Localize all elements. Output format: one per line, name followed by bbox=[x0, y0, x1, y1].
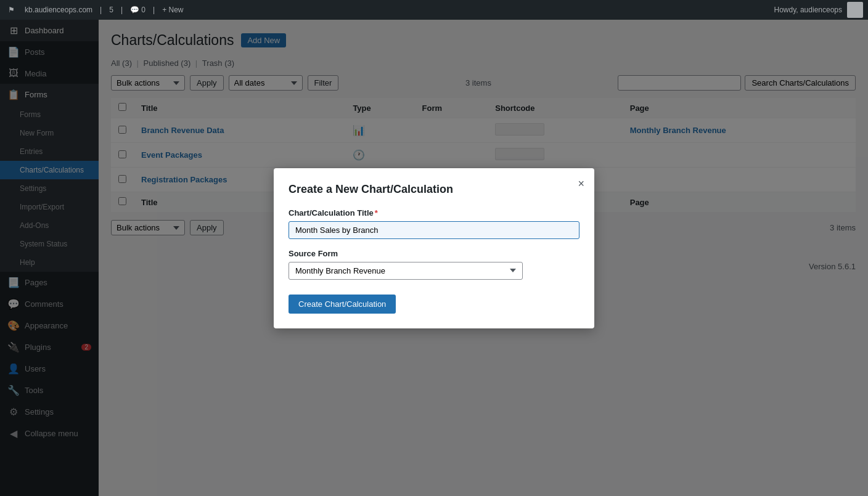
new-link[interactable]: + New bbox=[162, 6, 183, 14]
modal-close-button[interactable]: × bbox=[578, 178, 584, 189]
updates-count[interactable]: 5 bbox=[109, 6, 113, 14]
top-bar: ⚑ kb.audienceops.com | 5 | 💬 0 | + New H… bbox=[0, 0, 868, 20]
modal-overlay: Create a New Chart/Calculation × Chart/C… bbox=[0, 0, 868, 496]
create-chart-modal: Create a New Chart/Calculation × Chart/C… bbox=[274, 168, 594, 328]
chart-title-input[interactable] bbox=[289, 221, 579, 239]
title-field: Chart/Calculation Title* bbox=[289, 208, 579, 239]
source-form-field: Source Form Monthly Branch Revenue Event… bbox=[289, 249, 579, 280]
source-form-select[interactable]: Monthly Branch Revenue Event Packages Re… bbox=[289, 262, 523, 280]
comments-icon[interactable]: 💬 0 bbox=[130, 6, 145, 14]
modal-title: Create a New Chart/Calculation bbox=[289, 183, 579, 196]
site-name[interactable]: kb.audienceops.com bbox=[25, 6, 92, 14]
user-avatar bbox=[847, 2, 863, 18]
create-chart-button[interactable]: Create Chart/Calculation bbox=[289, 295, 396, 314]
source-form-label: Source Form bbox=[289, 249, 579, 258]
title-label: Chart/Calculation Title* bbox=[289, 208, 579, 218]
howdy-text: Howdy, audienceops bbox=[774, 6, 842, 14]
wp-logo-icon[interactable]: ⚑ bbox=[5, 4, 17, 16]
